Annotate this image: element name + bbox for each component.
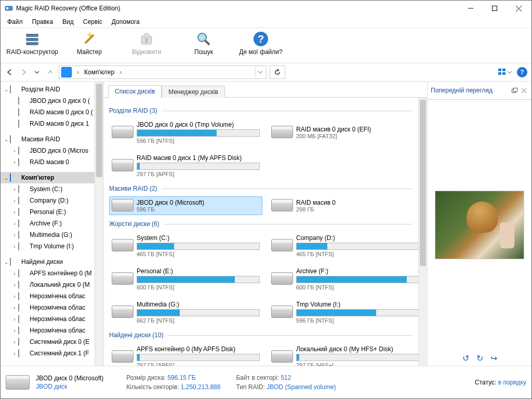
svg-rect-6 <box>26 34 38 37</box>
preview-header: Попередній перегляд <box>428 82 531 100</box>
disk-icon <box>271 239 292 252</box>
svg-rect-1 <box>6 7 8 9</box>
refresh-button[interactable] <box>270 65 285 79</box>
disk-list[interactable]: Розділи RAID (3)⌃ JBOD диск 0 диск 0 (Tm… <box>104 98 427 366</box>
tree-item[interactable]: ›Системний диск 0 (E <box>1 336 103 348</box>
menu-service[interactable]: Сервіс <box>78 17 107 26</box>
view-mode-dropdown[interactable] <box>496 66 514 78</box>
disk-sub: 200 МБ [FAT32] <box>296 133 419 139</box>
tree-item[interactable]: ›Локальний диск 0 (M <box>1 279 103 290</box>
tree-item[interactable]: ›Нерозмічена облас <box>1 290 103 302</box>
toolbar-search[interactable]: Пошук <box>175 31 232 56</box>
disk-item[interactable]: Локальний диск 0 (My HFS+ Disk)297 ГБ [H… <box>269 343 422 366</box>
chevron-right-icon: › <box>75 69 81 76</box>
group-raid-arrays[interactable]: Масиви RAID (2)⌃ <box>109 185 422 192</box>
disk-sub: 596 ГБ [NTFS] <box>137 138 260 144</box>
statusbar: JBOD диск 0 (Microsoft) JBOD диск Розмір… <box>1 366 531 398</box>
tree-item[interactable]: ›JBOD диск 0 (Micros <box>1 145 103 156</box>
tree-item[interactable]: ›APFS контейнер 0 (M <box>1 268 103 279</box>
tree-item[interactable]: ›JBOD диск 0 диск 0 ( <box>1 95 103 107</box>
group-hdd[interactable]: Жорсткі диски (6)⌃ <box>109 220 422 228</box>
rotate-left-icon[interactable]: ↺ <box>462 353 469 363</box>
tab-disk-list[interactable]: Список дисків <box>108 85 162 98</box>
usage-bar <box>137 309 260 316</box>
disk-item[interactable]: Personal (E:)600 ГБ [NTFS] <box>109 265 262 293</box>
disk-item[interactable]: APFS контейнер 0 (My APFS Disk)297 ГБ [A… <box>109 343 262 366</box>
disk-item[interactable]: JBOD диск 0 (Microsoft)596 ГБ <box>109 196 262 215</box>
tree[interactable]: ⌄Розділи RAID ›JBOD диск 0 диск 0 ( ›RAI… <box>1 82 103 366</box>
group-found[interactable]: Найдені диски (10)⌃ <box>109 331 422 339</box>
disk-item[interactable]: RAID масив 0298 ГБ <box>269 196 422 215</box>
close-button[interactable] <box>507 1 530 16</box>
nav-history-dropdown[interactable] <box>32 66 42 78</box>
svg-rect-13 <box>145 38 148 43</box>
tree-item[interactable]: ›Нерозмічена облас <box>1 325 103 336</box>
svg-text:?: ? <box>258 33 264 45</box>
maximize-button[interactable] <box>483 1 507 16</box>
tree-item[interactable]: ›Multimedia (G:) <box>1 229 103 241</box>
disk-item[interactable]: RAID масив 0 диск 1 (My APFS Disk)297 ГБ… <box>109 152 262 180</box>
preview-close[interactable] <box>519 86 528 95</box>
disk-item[interactable]: Tmp Volume (I:)596 ГБ [NTFS] <box>269 298 422 326</box>
help-button[interactable]: ? <box>517 67 527 77</box>
breadcrumb[interactable]: › Комп'ютер › <box>59 65 267 79</box>
menu-edit[interactable]: Правка <box>28 17 58 26</box>
nav-back[interactable] <box>5 66 15 78</box>
disk-title: Company (D:) <box>296 234 419 242</box>
menu-view[interactable]: Вид <box>58 17 78 26</box>
tree-section-computer[interactable]: ⌄Комп'ютер <box>1 172 103 183</box>
tree-item[interactable]: ›RAID масив 0 диск 1 <box>1 118 103 129</box>
disk-item[interactable]: JBOD диск 0 диск 0 (Tmp Volume)596 ГБ [N… <box>109 118 262 147</box>
svg-rect-23 <box>513 88 517 91</box>
tree-section-found[interactable]: ⌄Найдені диски <box>1 256 103 268</box>
svg-rect-20 <box>498 72 501 75</box>
usage-bar <box>137 276 260 283</box>
tree-item[interactable]: ›RAID масив 0 диск 0 ( <box>1 107 103 118</box>
usage-bar <box>296 309 419 316</box>
disk-item[interactable]: RAID масив 0 диск 0 (EFI)200 МБ [FAT32] <box>269 118 422 147</box>
breadcrumb-root[interactable]: Комп'ютер <box>83 69 115 76</box>
toolbar-where-files[interactable]: ? Де мої файли? <box>232 31 289 56</box>
tree-section-raid-arrays[interactable]: ⌄Масиви RAID <box>1 134 103 145</box>
tab-disk-manager[interactable]: Менеджер дисків <box>162 86 225 98</box>
toolbar-recover[interactable]: Відновити <box>118 31 175 56</box>
tree-item[interactable]: ›Нерозмічена облас <box>1 302 103 313</box>
sidebar-scrollbar[interactable] <box>95 82 103 366</box>
toolbar-raid-constructor[interactable]: RAID-конструктор <box>4 31 61 56</box>
tree-item[interactable]: ›Tmp Volume (I:) <box>1 241 103 252</box>
tree-section-raid-parts[interactable]: ⌄Розділи RAID <box>1 84 103 95</box>
tree-item[interactable]: ›Company (D:) <box>1 195 103 206</box>
tree-item[interactable]: ›Нерозмічена облас <box>1 313 103 325</box>
toolbar: RAID-конструктор Майстер Відновити Пошук… <box>1 28 531 63</box>
svg-rect-21 <box>502 72 506 75</box>
breadcrumb-dropdown[interactable] <box>255 66 265 78</box>
disk-item[interactable]: System (C:)465 ГБ [NTFS] <box>109 232 262 260</box>
disk-icon <box>112 126 132 139</box>
tree-item[interactable]: ›Системний диск 1 (F <box>1 348 103 359</box>
menu-help[interactable]: Допомога <box>107 17 144 26</box>
tree-item[interactable]: ›Personal (E:) <box>1 206 103 218</box>
status-name: JBOD диск 0 (Microsoft) JBOD диск <box>36 375 103 390</box>
disk-item[interactable]: Multimedia (G:)662 ГБ [NTFS] <box>109 298 262 326</box>
tree-item[interactable]: ›RAID масив 0 <box>1 156 103 168</box>
rotate-right-icon[interactable]: ↻ <box>476 353 483 363</box>
disk-icon <box>112 272 132 286</box>
disk-title: Multimedia (G:) <box>137 301 260 308</box>
group-raid-parts[interactable]: Розділи RAID (3)⌃ <box>109 107 422 114</box>
disk-item[interactable]: Archive (F:)600 ГБ [NTFS] <box>269 265 422 293</box>
list-scrollbar[interactable] <box>418 98 427 366</box>
disk-item[interactable]: Company (D:)465 ГБ [NTFS] <box>269 232 422 260</box>
usage-bar <box>137 354 260 361</box>
menu-file[interactable]: Файл <box>3 17 28 26</box>
nav-up[interactable] <box>45 66 56 78</box>
tree-item[interactable]: ›System (C:) <box>1 183 103 195</box>
redo-icon[interactable]: ↪ <box>490 353 497 363</box>
titlebar: Magic RAID Recovery (Office Edition) <box>1 1 531 16</box>
svg-rect-7 <box>26 38 38 41</box>
disk-icon <box>271 305 292 319</box>
tree-item[interactable]: ›Archive (F:) <box>1 218 103 229</box>
nav-forward[interactable] <box>18 66 29 78</box>
toolbar-wizard[interactable]: Майстер <box>61 31 118 56</box>
minimize-button[interactable] <box>459 1 483 16</box>
preview-popout[interactable] <box>510 86 519 95</box>
